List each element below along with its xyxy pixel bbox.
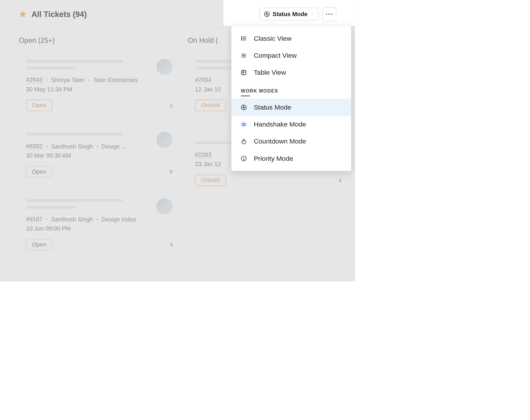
menu-item-label: Classic View — [254, 35, 292, 42]
section-label: WORK MODES — [241, 88, 342, 94]
ticket-company: Design Indus — [101, 216, 136, 223]
alert-icon — [241, 156, 247, 161]
dropdown-section-header: WORK MODES — [231, 81, 351, 99]
menu-item-priority-mode[interactable]: Priority Mode — [231, 150, 351, 167]
reply-count: 1 — [170, 102, 173, 108]
ticket-company: Design ... — [101, 143, 126, 150]
column-header: Open (25+) — [19, 36, 180, 45]
svg-point-2 — [329, 13, 330, 15]
menu-item-label: Table View — [254, 69, 286, 76]
menu-item-label: Compact View — [254, 52, 297, 59]
pulse-icon — [264, 11, 270, 17]
ticket-id[interactable]: #9282 — [26, 143, 43, 150]
reply-count: 3 — [170, 242, 173, 248]
skeleton-line — [26, 60, 123, 63]
skeleton-line — [26, 66, 76, 69]
status-badge[interactable]: Open — [26, 100, 52, 111]
ticket-id[interactable]: #2943 — [26, 76, 43, 83]
svg-point-1 — [326, 13, 327, 15]
ticket-name: Shreya Tater — [51, 77, 85, 83]
ticket-company: Tater Enterprises — [93, 77, 138, 83]
svg-point-24 — [244, 159, 244, 160]
svg-point-3 — [331, 13, 332, 15]
ticket-time: 30 Mar 09:30 AM — [26, 152, 173, 159]
ticket-time: 10 Jun 09:00 PM — [26, 225, 173, 232]
skeleton-line — [26, 199, 123, 202]
timer-icon — [241, 139, 247, 144]
menu-item-compact-view[interactable]: Compact View — [231, 47, 351, 64]
pulse-icon — [241, 104, 247, 110]
menu-item-handshake-mode[interactable]: Handshake Mode — [231, 116, 351, 133]
caret-down-icon — [310, 12, 314, 16]
table-icon — [241, 70, 247, 76]
status-badge[interactable]: Open — [26, 239, 52, 250]
skeleton-line — [26, 206, 76, 209]
handshake-icon — [241, 121, 247, 127]
menu-item-label: Priority Mode — [254, 155, 293, 162]
svg-point-4 — [242, 37, 242, 37]
svg-point-6 — [242, 38, 242, 39]
column-open: Open (25+) #2943 • Shreya Tater • Tater … — [19, 36, 180, 265]
section-underline — [241, 95, 250, 96]
menu-item-status-mode[interactable]: Status Mode — [231, 99, 351, 116]
reply-count: 6 — [170, 169, 173, 175]
ticket-name: Santhosh Singh — [51, 143, 93, 150]
menu-item-table-view[interactable]: Table View — [231, 64, 351, 81]
status-badge[interactable]: Onhold — [195, 175, 226, 186]
status-mode-button[interactable]: Status Mode — [259, 8, 319, 21]
view-mode-dropdown: Classic View Compact View Table View WOR… — [231, 26, 351, 171]
menu-item-countdown-mode[interactable]: Countdown Mode — [231, 133, 351, 150]
list-icon — [241, 35, 247, 41]
menu-item-label: Status Mode — [254, 103, 291, 111]
menu-item-label: Countdown Mode — [254, 138, 306, 145]
menu-item-label: Handshake Mode — [254, 120, 306, 128]
status-badge[interactable]: Open — [26, 166, 52, 177]
page-title: All Tickets (94) — [31, 10, 87, 18]
menu-item-classic-view[interactable]: Classic View — [231, 30, 351, 47]
svg-point-8 — [242, 40, 242, 40]
ticket-id[interactable]: #2293 — [195, 151, 211, 158]
ticket-card[interactable]: #9282 • Santhosh Singh • Design ... 30 M… — [19, 125, 180, 185]
skeleton-line — [26, 133, 123, 136]
ticket-time: 30 May 11:34 PM — [26, 86, 173, 93]
ticket-name: Santhosh Singh — [51, 216, 93, 223]
ticket-id[interactable]: #2934 — [195, 76, 211, 83]
ticket-card[interactable]: #9187 • Santhosh Singh • Design Indus 10… — [19, 192, 180, 258]
reply-count: 4 — [339, 177, 342, 183]
ticket-card[interactable]: #2943 • Shreya Tater • Tater Enterprises… — [19, 52, 180, 118]
menu-icon — [241, 52, 247, 58]
ticket-id[interactable]: #9187 — [26, 216, 43, 223]
avatar — [157, 59, 173, 75]
svg-rect-13 — [242, 70, 246, 75]
status-badge[interactable]: Onhold — [195, 100, 226, 111]
avatar — [157, 198, 173, 214]
status-mode-label: Status Mode — [273, 11, 308, 18]
star-icon — [19, 10, 27, 18]
more-menu-button[interactable] — [322, 7, 336, 21]
avatar — [157, 132, 173, 148]
more-horizontal-icon — [326, 13, 333, 15]
